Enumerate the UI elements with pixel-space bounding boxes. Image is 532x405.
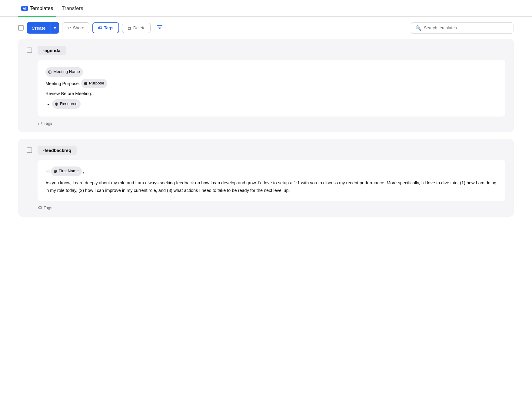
template-card-feedbackreq: -feedbackreq Hi ⊕ First Name , As you kn… (18, 139, 514, 217)
feedback-paragraph: As you know, I care deeply about my role… (45, 179, 497, 195)
toolbar: Create ▾ ↩ Share 🏷 Tags 🗑 Delete 🔍 (0, 17, 532, 39)
search-icon: 🔍 (415, 25, 421, 31)
purpose-chip: ⊕ Purpose (81, 79, 107, 88)
create-label: Create (27, 23, 51, 33)
tags-label: Tags (104, 25, 114, 30)
content-area: -agenda ⊕ Meeting Name Meeting Purpose: … (0, 39, 532, 235)
chip-icon: ⊕ (48, 68, 52, 76)
share-label: Share (73, 25, 84, 30)
share-button[interactable]: ↩ Share (62, 22, 89, 33)
tab-bar: AI Templates Transfers (0, 0, 532, 17)
chip-label-resource: Resource (60, 100, 78, 107)
filter-button[interactable] (155, 22, 165, 34)
ai-badge: AI (21, 6, 28, 11)
review-before-line: Review Before Meeting: (45, 90, 497, 97)
delete-icon: 🗑 (127, 25, 131, 30)
meeting-purpose-prefix: Meeting Purpose: (45, 81, 81, 86)
chip-icon-purpose: ⊕ (84, 80, 88, 87)
create-dropdown-arrow[interactable]: ▾ (51, 23, 59, 33)
search-input[interactable] (424, 25, 509, 30)
delete-label: Delete (133, 25, 145, 30)
chip-label: Meeting Name (53, 68, 80, 75)
filter-icon (157, 24, 163, 30)
resource-chip: ⊕ Resource (52, 99, 81, 109)
card-checkbox-feedbackreq[interactable] (27, 147, 32, 153)
template-name-agenda: -agenda (38, 46, 66, 55)
firstname-chip: ⊕ First Name (51, 166, 82, 176)
template-card-agenda: -agenda ⊕ Meeting Name Meeting Purpose: … (18, 39, 514, 132)
review-before-text: Review Before Meeting: (45, 91, 92, 96)
tags-icon-feedbackreq: 🏷 (38, 205, 42, 210)
share-icon: ↩ (67, 25, 71, 31)
tab-templates-label: Templates (30, 5, 53, 12)
card-body-feedbackreq: -feedbackreq Hi ⊕ First Name , As you kn… (38, 146, 505, 210)
chip-label-firstname: First Name (59, 168, 79, 175)
card-body-agenda: -agenda ⊕ Meeting Name Meeting Purpose: … (38, 46, 505, 126)
tags-icon-agenda: 🏷 (38, 121, 42, 126)
bullet-item-resource: ⊕ Resource (52, 99, 497, 109)
tab-templates[interactable]: AI Templates (18, 0, 56, 17)
tab-transfers-label: Transfers (62, 5, 83, 12)
bullet-list: ⊕ Resource (45, 99, 497, 109)
template-preview-feedbackreq: Hi ⊕ First Name , As you know, I care de… (38, 160, 505, 201)
chip-label-purpose: Purpose (89, 80, 104, 87)
hi-prefix: Hi (45, 169, 51, 174)
card-checkbox-agenda[interactable] (27, 48, 32, 53)
meeting-purpose-line: Meeting Purpose: ⊕ Purpose (45, 79, 497, 88)
tags-text-agenda: Tags (44, 121, 52, 126)
chip-icon-firstname: ⊕ (53, 167, 57, 175)
template-name-feedbackreq: -feedbackreq (38, 146, 77, 155)
tags-button[interactable]: 🏷 Tags (92, 22, 119, 33)
hi-suffix: , (83, 169, 84, 174)
meeting-name-chip: ⊕ Meeting Name (45, 67, 83, 77)
tab-transfers[interactable]: Transfers (58, 0, 86, 17)
tags-text-feedbackreq: Tags (44, 206, 52, 210)
tags-row-agenda: 🏷 Tags (38, 121, 505, 126)
tags-row-feedbackreq: 🏷 Tags (38, 205, 505, 210)
select-all-checkbox[interactable] (18, 25, 24, 31)
search-box: 🔍 (411, 22, 514, 34)
tags-icon-toolbar: 🏷 (98, 25, 102, 30)
chip-icon-resource: ⊕ (55, 100, 58, 108)
delete-button[interactable]: 🗑 Delete (122, 23, 151, 33)
create-button[interactable]: Create ▾ (27, 22, 59, 34)
template-preview-agenda: ⊕ Meeting Name Meeting Purpose: ⊕ Purpos… (38, 60, 505, 117)
hi-line: Hi ⊕ First Name , (45, 166, 497, 176)
meeting-name-line: ⊕ Meeting Name (45, 67, 497, 77)
